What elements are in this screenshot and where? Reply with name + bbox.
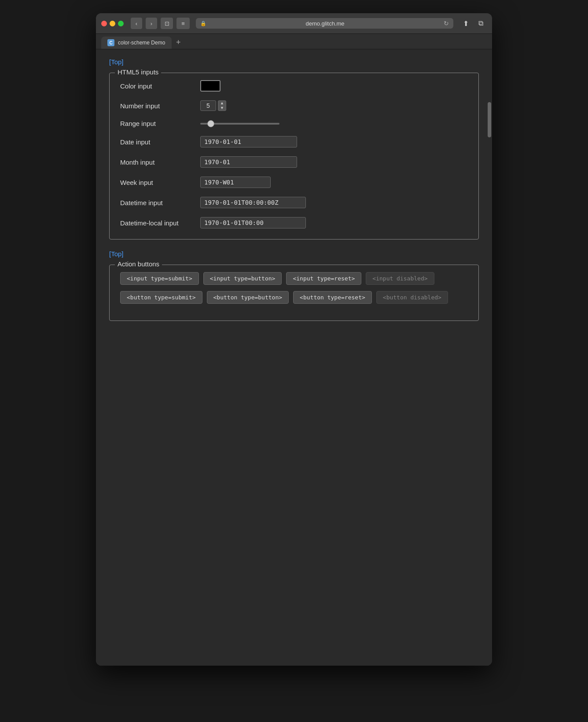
date-input-label: Date input <box>120 138 195 146</box>
share-button[interactable]: ⬆ <box>459 18 472 29</box>
share-icon: ⬆ <box>463 19 469 28</box>
number-spinner: ▲ ▼ <box>218 100 226 111</box>
menu-button[interactable]: ≡ <box>176 18 190 29</box>
title-bar: ‹ › ⊡ ≡ 🔒 demo.glitch.me ↻ ⬆ ⧉ <box>96 13 492 34</box>
close-button[interactable] <box>101 21 107 26</box>
number-input-row: Number input ▲ ▼ <box>120 100 468 111</box>
number-input-label: Number input <box>120 102 195 110</box>
input-buttons-group: <input type=submit> <input type=button> … <box>120 272 468 285</box>
top-link-1[interactable]: [Top] <box>109 58 124 66</box>
back-button[interactable]: ‹ <box>131 18 142 29</box>
button-disabled-button: <button disabled> <box>376 291 448 304</box>
button-reset-button[interactable]: <button type=reset> <box>293 291 372 304</box>
week-input[interactable] <box>200 177 271 188</box>
button-button-button[interactable]: <button type=button> <box>207 291 289 304</box>
browser-body: [Top] HTML5 inputs Color input Number in… <box>96 49 492 666</box>
input-submit-button[interactable]: <input type=submit> <box>120 272 199 285</box>
scrollbar-thumb[interactable] <box>488 102 491 137</box>
new-window-button[interactable]: ⧉ <box>474 18 487 29</box>
datetime-input-label: Datetime input <box>120 199 195 206</box>
forward-button[interactable]: › <box>146 18 157 29</box>
input-button-button[interactable]: <input type=button> <box>203 272 282 285</box>
reload-button[interactable]: ↻ <box>444 20 449 27</box>
top-link-2[interactable]: [Top] <box>109 250 124 258</box>
button-buttons-group: <button type=submit> <button type=button… <box>120 291 468 304</box>
month-input[interactable] <box>200 156 297 168</box>
month-input-label: Month input <box>120 158 195 166</box>
lock-icon: 🔒 <box>200 21 206 26</box>
toolbar-right: ⬆ ⧉ <box>459 18 487 29</box>
html5-legend: HTML5 inputs <box>115 68 161 76</box>
color-input-row: Color input <box>120 80 468 92</box>
color-input[interactable] <box>200 80 220 92</box>
menu-icon: ≡ <box>181 20 185 27</box>
range-input[interactable] <box>200 123 279 125</box>
fullscreen-button[interactable] <box>118 21 124 26</box>
datetime-local-input-label: Datetime-local input <box>120 219 195 227</box>
sidebar-icon: ⊡ <box>165 20 169 27</box>
input-disabled-button: <input disabled> <box>366 272 434 285</box>
action-buttons-section: Action buttons <input type=submit> <inpu… <box>109 265 479 321</box>
number-input[interactable] <box>200 100 216 111</box>
minimize-button[interactable] <box>110 21 115 26</box>
action-buttons-legend: Action buttons <box>115 260 162 268</box>
url-text: demo.glitch.me <box>209 20 441 27</box>
traffic-lights <box>101 21 124 26</box>
html5-inputs-section: HTML5 inputs Color input Number input ▲ … <box>109 73 479 239</box>
datetime-local-input-row: Datetime-local input <box>120 217 468 228</box>
range-input-label: Range input <box>120 120 195 127</box>
tab-favicon: C <box>107 39 114 46</box>
week-input-row: Week input <box>120 177 468 188</box>
new-window-icon: ⧉ <box>478 19 483 27</box>
address-bar[interactable]: 🔒 demo.glitch.me ↻ <box>196 18 453 29</box>
active-tab[interactable]: C color-scheme Demo <box>101 37 172 49</box>
spinner-up[interactable]: ▲ <box>218 101 226 106</box>
input-reset-button[interactable]: <input type=reset> <box>286 272 361 285</box>
datetime-input-row: Datetime input <box>120 197 468 208</box>
range-input-row: Range input <box>120 120 468 127</box>
scrollbar[interactable] <box>487 49 492 666</box>
number-input-wrapper: ▲ ▼ <box>200 100 226 111</box>
datetime-local-input[interactable] <box>200 217 306 228</box>
button-submit-button[interactable]: <button type=submit> <box>120 291 202 304</box>
new-tab-button[interactable]: + <box>174 38 183 47</box>
tab-bar: C color-scheme Demo + <box>96 34 492 49</box>
week-input-label: Week input <box>120 179 195 186</box>
datetime-input[interactable] <box>200 197 306 208</box>
sidebar-button[interactable]: ⊡ <box>161 18 173 29</box>
month-input-row: Month input <box>120 156 468 168</box>
date-input[interactable] <box>200 136 297 147</box>
spinner-down[interactable]: ▼ <box>218 106 226 111</box>
date-input-row: Date input <box>120 136 468 147</box>
tab-title: color-scheme Demo <box>118 40 165 46</box>
color-input-label: Color input <box>120 82 195 90</box>
page-content: [Top] HTML5 inputs Color input Number in… <box>96 49 492 666</box>
